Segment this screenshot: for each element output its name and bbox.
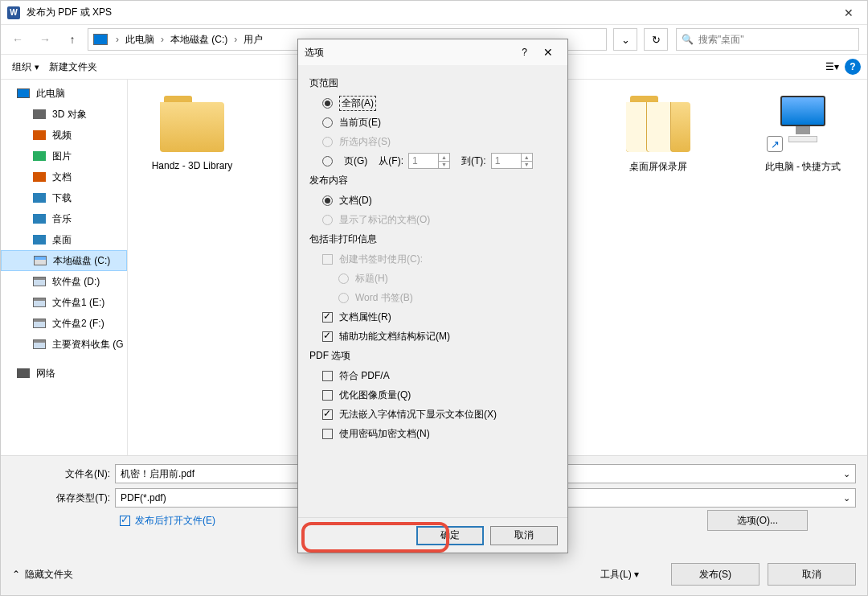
sidebar-item-label: 下载 [52,191,72,205]
pc-icon [17,88,30,98]
back-icon[interactable]: ← [6,28,30,51]
close-icon[interactable]: ✕ [830,1,867,25]
close-icon[interactable]: ✕ [535,46,561,59]
sidebar-item-label: 软件盘 (D:) [52,275,100,289]
disk-icon [33,298,46,307]
spin-down-icon[interactable]: ▼ [521,162,532,169]
checkbox-encrypt-password[interactable]: 使用密码加密文档(N) [322,425,556,442]
radio-icon [322,137,333,147]
sidebar-item[interactable]: 桌面 [1,229,127,250]
checkbox-icon [322,390,333,401]
checkbox-bitmap-text[interactable]: 无法嵌入字体情况下显示文本位图(X) [322,406,556,422]
from-page-input[interactable]: 1 ▲▼ [408,153,450,169]
file-label: 此电脑 - 快捷方式 [755,160,851,174]
music-icon [33,214,46,224]
radio-pages[interactable]: 页(G) 从(F): 1 ▲▼ 到(T): 1 ▲▼ [322,153,556,169]
chevron-down-icon[interactable]: ⌄ [843,493,850,504]
radio-marked-document: 显示了标记的文档(O) [322,212,556,228]
page-range-title: 页范围 [309,76,556,90]
search-input[interactable]: 🔍 搜索"桌面" [676,28,859,51]
hide-folders-toggle[interactable]: ⌃ 隐藏文件夹 [12,568,73,582]
checkbox-doc-structure[interactable]: 辅助功能文档结构标记(M) [322,328,556,344]
forward-icon[interactable]: → [33,28,57,51]
spin-up-icon[interactable]: ▲ [438,154,449,162]
to-label: 到(T): [461,154,486,168]
options-footer: 确定 取消 [298,517,567,553]
spin-down-icon[interactable]: ▼ [438,162,449,169]
dropdown-icon[interactable]: ⌄ [613,28,637,51]
sidebar-item[interactable]: 3D 对象 [1,104,127,125]
to-page-input[interactable]: 1 ▲▼ [491,153,533,169]
cdrive-icon [34,256,47,265]
radio-icon [322,215,333,225]
sidebar-item[interactable]: 文件盘1 (E:) [1,292,127,313]
disk-icon [33,277,46,286]
folder-icon [622,96,694,152]
sidebar-item-label: 文件盘2 (F:) [52,317,104,331]
radio-all[interactable]: 全部(A) [322,95,556,111]
sidebar-item[interactable]: 文档 [1,166,127,187]
view-mode-icon[interactable]: ☰▾ [822,57,841,76]
checkbox-bookmarks: 创建书签时使用(C): [322,251,556,267]
checkbox-icon [322,429,333,439]
disk-icon [33,339,46,349]
organize-menu[interactable]: 组织▾ [7,60,44,74]
ok-button[interactable]: 确定 [416,526,484,545]
3d-icon [33,109,46,119]
breadcrumb-item[interactable]: 本地磁盘 (C:) [167,33,231,47]
sidebar-item-label: 桌面 [52,233,72,247]
cancel-button[interactable]: 取消 [490,526,558,545]
file-label: 桌面屏保录屏 [610,160,706,174]
refresh-icon[interactable]: ↻ [644,28,668,51]
checkbox-icon [120,516,130,526]
chevron-down-icon[interactable]: ⌄ [843,469,850,479]
doc-icon [33,172,46,182]
radio-icon [322,98,333,109]
radio-current-page[interactable]: 当前页(E) [322,114,556,130]
cancel-button[interactable]: 取消 [768,563,856,586]
shortcut-arrow-icon: ↗ [767,136,783,152]
radio-selection: 所选内容(S) [322,134,556,150]
checkbox-pdfa[interactable]: 符合 PDF/A [322,368,556,384]
breadcrumb-item[interactable]: 此电脑 [122,33,158,47]
save-type-label: 保存类型(T): [12,491,115,505]
sidebar-item[interactable]: 软件盘 (D:) [1,271,127,292]
radio-icon [322,117,333,128]
new-folder-button[interactable]: 新建文件夹 [44,60,102,74]
up-icon[interactable]: ↑ [60,28,84,51]
sidebar-item[interactable]: 视频 [1,125,127,146]
sidebar-item-label: 主要资料收集 (G [52,338,124,351]
options-button[interactable]: 选项(O)... [707,510,808,531]
folder-item[interactable]: Handz - 3D Library [144,96,240,171]
checkbox-doc-properties[interactable]: 文档属性(R) [322,309,556,325]
breadcrumb-item[interactable]: 用户 [240,33,266,47]
pc-icon [93,34,108,45]
from-label: 从(F): [379,154,403,168]
sidebar-item-label: 文件盘1 (E:) [52,296,104,310]
shortcut-item[interactable]: ↗ 此电脑 - 快捷方式 [755,96,851,174]
title-bar: W 发布为 PDF 或 XPS ✕ [1,1,867,25]
radio-document[interactable]: 文档(D) [322,192,556,208]
sidebar-item[interactable]: 网络 [1,363,127,384]
help-icon[interactable]: ? [845,59,861,75]
chevron-up-icon: ⌃ [12,569,20,580]
video-icon [33,130,46,140]
checkbox-optimize-image[interactable]: 优化图像质量(Q) [322,387,556,403]
publish-button[interactable]: 发布(S) [671,563,760,586]
sidebar-item[interactable]: 音乐 [1,208,127,229]
sidebar-item-label: 文档 [52,171,72,184]
help-icon[interactable]: ? [514,47,535,58]
sidebar-item-label: 视频 [52,129,72,142]
checkbox-icon [322,331,333,342]
sidebar-item[interactable]: 下载 [1,187,127,208]
spin-up-icon[interactable]: ▲ [521,154,532,162]
sidebar-item[interactable]: 主要资料收集 (G [1,334,127,355]
folder-item[interactable]: 桌面屏保录屏 [610,96,706,174]
sidebar-item-label: 本地磁盘 (C:) [53,254,110,268]
sidebar-item[interactable]: 此电脑 [1,83,127,104]
sidebar-item[interactable]: 图片 [1,146,127,166]
sidebar-item[interactable]: 本地磁盘 (C:) [1,250,127,271]
sidebar-item[interactable]: 文件盘2 (F:) [1,313,127,334]
sidebar-item-label: 图片 [52,150,72,163]
tools-menu[interactable]: 工具(L) ▾ [600,568,639,582]
